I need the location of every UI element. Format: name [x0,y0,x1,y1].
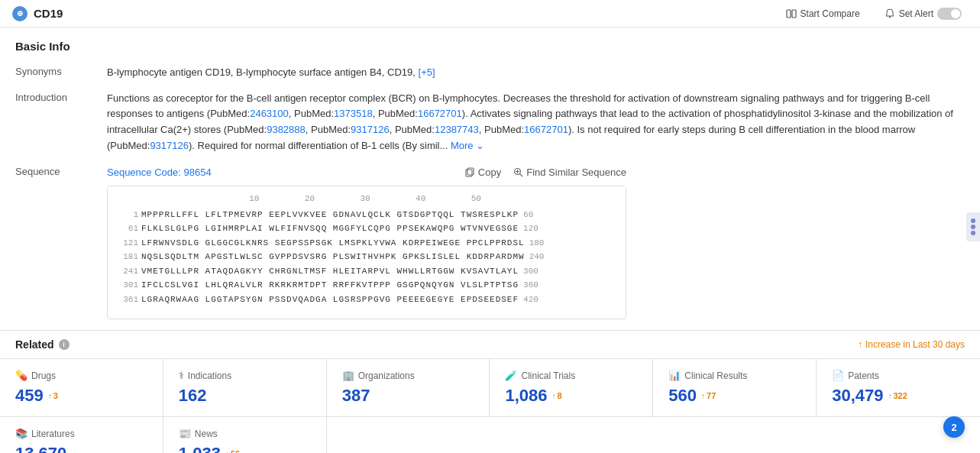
stat-icon: 🏢 [342,370,354,381]
stat-item-clinical-results[interactable]: 📊 Clinical Results 560 ↑ 77 [653,359,817,416]
stat-item-indications[interactable]: ⚕ Indications 162 [163,359,327,416]
introduction-row: Introduction Functions as coreceptor for… [15,91,965,154]
compare-icon [786,8,797,19]
stat-label-text: News [195,429,218,439]
pubmed-link-8[interactable]: 9317126 [150,140,189,151]
stat-label: 📄 Patents [832,370,965,381]
set-alert-button[interactable]: Set Alert [878,5,968,23]
sequence-row-3: 181NQSLSQDLTM APGSTLWLSC GVPPDSVSRG PLSW… [117,251,616,264]
stat-item-drugs[interactable]: 💊 Drugs 459 ↑ 3 [0,359,163,416]
stat-value: 387 [342,386,370,406]
stat-label-text: Indications [188,370,231,381]
stats-grid-row2: 📚 Literatures 13,670 📰 News 1,033 ↑ 56 [0,417,980,453]
sequence-row-2: 121LFRWNVSDLG GLGGCGLKNRS SEGPSSPSGK LMS… [117,237,616,250]
stat-label-text: Clinical Trials [521,370,575,381]
find-similar-button[interactable]: Find Similar Sequence [513,167,626,178]
sequence-label: Sequence [15,165,107,177]
stat-label: 🧪 Clinical Trials [505,370,637,381]
seq-end-num: 240 [529,251,545,264]
stat-value: 560 [668,386,697,406]
seq-start-num: 121 [117,237,138,250]
seq-end-num: 180 [529,237,545,250]
stat-item-patents[interactable]: 📄 Patents 30,479 ↑ 322 [817,359,980,416]
related-info-icon[interactable]: i [59,339,70,350]
sequence-code: Sequence Code: 98654 [107,165,212,180]
stat-number: 13,670 [15,444,147,453]
sequence-row: Sequence Sequence Code: 98654 Copy [15,165,965,320]
stat-label-text: Literatures [31,429,75,439]
seq-start-num: 181 [117,251,138,264]
start-compare-button[interactable]: Start Compare [780,5,866,22]
expand-dot-1 [971,218,975,223]
stat-item-news[interactable]: 📰 News 1,033 ↑ 56 [163,417,327,453]
pubmed-link-4[interactable]: 9382888 [267,124,306,135]
synonyms-value: B-lymphocyte antigen CD19, B-lymphocyte … [107,65,965,80]
copy-button[interactable]: Copy [465,167,501,178]
svg-line-5 [520,173,523,176]
more-link[interactable]: More ⌄ [451,140,484,151]
stat-number: 1,086 ↑ 8 [505,386,637,406]
sequence-value: Sequence Code: 98654 Copy [107,165,626,320]
stat-change: ↑ 3 [48,391,58,400]
related-header: Related i ↑ Increase in Last 30 days [0,330,980,359]
pubmed-link-3[interactable]: 16672701 [418,108,462,119]
pubmed-link-7[interactable]: 16672701 [524,124,568,135]
synonyms-more-link[interactable]: [+5] [419,66,435,78]
seq-end-num: 300 [523,265,539,278]
cd19-icon: ⊕ [12,6,27,21]
stat-value: 459 [15,386,44,406]
seq-end-num: 60 [523,209,533,222]
sequence-content: 10 20 30 40 50 1MPPPRLLFFL LFLTPMEVRP EE… [108,186,626,313]
seq-data: MPPPRLLFFL LFLTPMEVRP EEPLVVKVEE GDNAVLQ… [141,209,519,222]
page-title: CD19 [34,7,63,20]
stat-label: 🏢 Organizations [342,370,474,381]
basic-info-title: Basic Info [15,40,965,53]
stat-number: 162 [179,386,311,406]
related-left: Related i [15,338,70,351]
introduction-label: Introduction [15,91,107,103]
sequence-row-0: 1MPPPRLLFFL LFLTPMEVRP EEPLVVKVEE GDNAVL… [117,209,616,222]
stat-number: 387 [342,386,474,406]
stat-number: 560 ↑ 77 [668,386,800,406]
expand-dot-3 [971,231,975,235]
stat-label-text: Organizations [358,370,415,381]
seq-start-num: 301 [117,279,138,292]
seq-data: FLKLSLGLPG LGIHMRPLAI WLFIFNVSQQ MGGFYLC… [141,222,519,235]
stat-label: 📰 News [179,428,311,439]
seq-data: LFRWNVSDLG GLGGCGLKNRS SEGPSSPSGK LMSPKL… [141,237,525,250]
stat-value: 162 [179,386,207,406]
stat-number: 459 ↑ 3 [15,386,147,406]
seq-data: VMETGLLLPR ATAQDAGKYY CHRGNLTMSF HLEITAR… [141,265,519,278]
seq-end-num: 420 [523,293,539,306]
float-badge[interactable]: 2 [943,416,965,438]
pubmed-link-1[interactable]: 2463100 [250,108,289,119]
stat-label-text: Drugs [31,370,56,381]
svg-rect-1 [792,10,796,18]
sequence-row-6: 361LGRAQRWAAG LGGTAPSYGN PSSDVQADGA LGSR… [117,293,616,306]
set-alert-toggle[interactable] [937,8,962,20]
stat-change: ↑ 56 [225,449,240,453]
seq-end-num: 360 [523,279,539,292]
stat-icon: ⚕ [179,370,184,381]
stat-icon: 🧪 [505,370,517,381]
svg-rect-3 [466,170,472,176]
stat-number: 1,033 ↑ 56 [179,444,311,453]
stat-change: ↑ 77 [701,391,716,400]
stats-grid-row1: 💊 Drugs 459 ↑ 3 ⚕ Indications 162 🏢 Orga… [0,359,980,417]
stat-number: 30,479 ↑ 322 [832,386,965,406]
side-expand-button[interactable] [966,212,980,241]
stat-item-literatures[interactable]: 📚 Literatures 13,670 [0,417,163,453]
stat-item-organizations[interactable]: 🏢 Organizations 387 [327,359,490,416]
sequence-row-5: 301IFCLCSLVGI LHLQRALVLR RKRKRMTDPT RRFF… [117,279,616,292]
pubmed-link-6[interactable]: 12387743 [435,124,479,135]
stat-item-clinical-trials[interactable]: 🧪 Clinical Trials 1,086 ↑ 8 [490,359,653,416]
related-trend: ↑ Increase in Last 30 days [858,339,965,350]
sequence-header: Sequence Code: 98654 Copy [107,165,626,180]
sequence-box[interactable]: 10 20 30 40 50 1MPPPRLLFFL LFLTPMEVRP EE… [107,186,626,319]
pubmed-link-5[interactable]: 9317126 [351,124,390,135]
main-content: Basic Info Synonyms B-lymphocyte antigen… [0,28,980,453]
pubmed-link-2[interactable]: 1373518 [334,108,373,119]
synonyms-label: Synonyms [15,65,107,77]
stat-label: ⚕ Indications [179,370,311,381]
sequence-row-1: 61FLKLSLGLPG LGIHMRPLAI WLFIFNVSQQ MGGFY… [117,222,616,235]
